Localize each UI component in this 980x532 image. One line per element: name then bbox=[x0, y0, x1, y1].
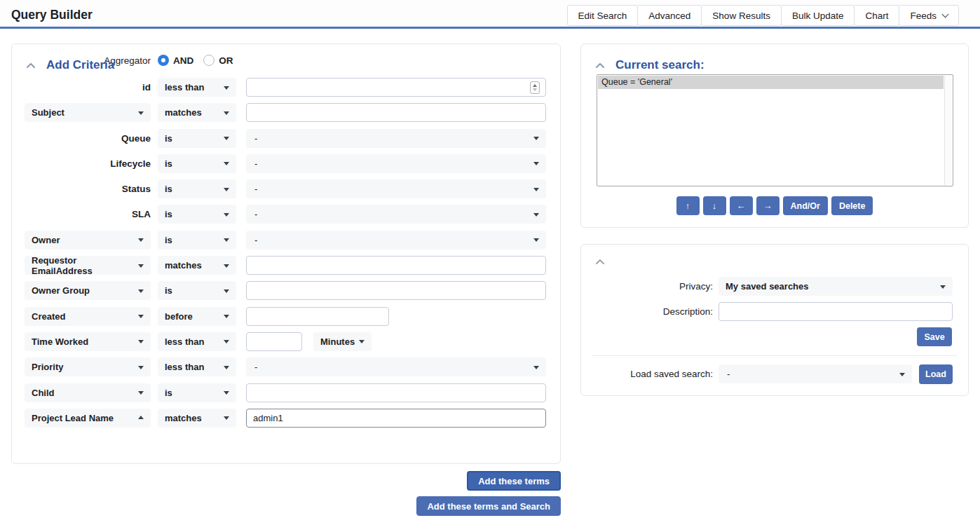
load-saved-search-select[interactable]: - bbox=[719, 364, 912, 383]
current-search-panel: Current search: Queue = 'General' ↑ ↓ ← … bbox=[580, 43, 969, 228]
save-search-button[interactable]: Save bbox=[917, 327, 952, 346]
operator-select[interactable]: less than bbox=[158, 332, 236, 351]
edit-search-button[interactable]: Edit Search bbox=[567, 5, 639, 26]
caret-down-icon bbox=[224, 366, 229, 369]
value-cell bbox=[246, 78, 546, 97]
value-select[interactable]: - bbox=[246, 231, 546, 250]
value-select-value: - bbox=[254, 184, 257, 194]
operator-select[interactable]: is bbox=[158, 205, 236, 224]
operator-select[interactable]: matches bbox=[158, 103, 236, 122]
number-stepper[interactable] bbox=[530, 81, 540, 94]
operator-select[interactable]: less than bbox=[158, 78, 236, 97]
move-left-button[interactable]: ← bbox=[730, 196, 753, 215]
operator-select-value: is bbox=[165, 235, 172, 245]
operator-select[interactable]: is bbox=[158, 129, 236, 148]
value-cell: - bbox=[246, 357, 546, 376]
value-select[interactable]: - bbox=[246, 179, 546, 198]
field-select[interactable]: Priority bbox=[25, 357, 151, 376]
criteria-rows: idless thanSubjectmatchesQueueis-Lifecyc… bbox=[12, 78, 560, 434]
add-these-terms-and-search-button[interactable]: Add these terms and Search bbox=[416, 496, 561, 516]
feeds-menu-button[interactable]: Feeds bbox=[899, 5, 959, 26]
description-input[interactable] bbox=[719, 302, 953, 321]
field-label: Lifecycle bbox=[25, 154, 151, 173]
value-cell bbox=[246, 281, 546, 300]
caret-down-icon bbox=[224, 289, 229, 293]
operator-select[interactable]: matches bbox=[158, 256, 236, 275]
value-cell: - bbox=[246, 179, 546, 198]
operator-select-value: is bbox=[165, 285, 172, 296]
chart-button[interactable]: Chart bbox=[854, 5, 899, 26]
field-select[interactable]: Owner Group bbox=[25, 281, 151, 300]
operator-select[interactable]: before bbox=[158, 307, 236, 326]
value-cell: - bbox=[246, 231, 546, 250]
value-input[interactable] bbox=[246, 332, 302, 351]
collapse-chevron-icon[interactable] bbox=[26, 62, 36, 69]
operator-select[interactable]: is bbox=[158, 231, 236, 250]
field-select[interactable]: Subject bbox=[25, 103, 151, 122]
value-select-value: - bbox=[254, 209, 257, 219]
field-select[interactable]: Time Worked bbox=[25, 332, 151, 351]
value-select[interactable]: - bbox=[246, 129, 546, 148]
current-search-listbox[interactable]: Queue = 'General' bbox=[597, 74, 953, 186]
operator-select[interactable]: is bbox=[158, 179, 236, 198]
page-menu: Edit Search Advanced Show Results Bulk U… bbox=[568, 5, 959, 26]
field-select[interactable]: Child bbox=[25, 383, 151, 402]
operator-select-value: matches bbox=[165, 260, 202, 271]
caret-down-icon bbox=[940, 285, 946, 289]
bulk-update-button[interactable]: Bulk Update bbox=[781, 5, 855, 26]
value-input[interactable] bbox=[246, 307, 389, 326]
value-cell: - bbox=[246, 154, 546, 173]
clause-toolbar: ↑ ↓ ← → And/Or Delete bbox=[581, 196, 968, 215]
caret-down-icon bbox=[138, 238, 144, 242]
field-select[interactable]: Requestor EmailAddress bbox=[25, 256, 151, 275]
move-down-button[interactable]: ↓ bbox=[703, 196, 726, 215]
caret-down-icon bbox=[224, 111, 229, 115]
value-input[interactable] bbox=[246, 256, 546, 275]
add-these-terms-button[interactable]: Add these terms bbox=[467, 471, 561, 491]
caret-down-icon bbox=[138, 366, 144, 369]
saved-search-panel: Privacy: My saved searches Description: … bbox=[580, 244, 969, 396]
value-input[interactable] bbox=[246, 383, 546, 402]
value-input[interactable] bbox=[246, 409, 546, 428]
value-select-value: - bbox=[254, 362, 257, 372]
collapse-chevron-icon[interactable] bbox=[595, 258, 605, 265]
value-select[interactable]: - bbox=[246, 205, 546, 224]
caret-down-icon bbox=[138, 340, 144, 343]
search-clause-item[interactable]: Queue = 'General' bbox=[598, 76, 944, 89]
value-input[interactable] bbox=[246, 78, 546, 97]
aggregator-or-radio[interactable] bbox=[203, 55, 215, 66]
value-select[interactable]: - bbox=[246, 154, 546, 173]
operator-select-value: is bbox=[165, 184, 172, 194]
value-input[interactable] bbox=[246, 103, 546, 122]
top-bar: Query Builder Edit Search Advanced Show … bbox=[0, 0, 980, 29]
criteria-row: Time Workedless thanMinutes bbox=[25, 332, 560, 351]
show-results-button[interactable]: Show Results bbox=[701, 5, 782, 26]
unit-select[interactable]: Minutes bbox=[313, 332, 372, 351]
operator-select[interactable]: less than bbox=[158, 357, 236, 376]
move-up-button[interactable]: ↑ bbox=[676, 196, 700, 215]
value-cell bbox=[246, 307, 546, 326]
value-input[interactable] bbox=[246, 281, 546, 300]
collapse-chevron-icon[interactable] bbox=[595, 62, 605, 69]
description-label: Description: bbox=[581, 306, 713, 317]
privacy-select[interactable]: My saved searches bbox=[719, 277, 953, 296]
aggregator-and-radio[interactable] bbox=[158, 55, 169, 66]
advanced-button[interactable]: Advanced bbox=[637, 5, 702, 26]
move-right-button[interactable]: → bbox=[756, 196, 780, 215]
field-select[interactable]: Created bbox=[25, 307, 151, 326]
load-search-button[interactable]: Load bbox=[919, 364, 953, 384]
field-select[interactable]: Project Lead Name bbox=[25, 409, 151, 428]
field-label: SLA bbox=[25, 205, 151, 224]
field-select[interactable]: Owner bbox=[25, 231, 151, 250]
operator-select[interactable]: is bbox=[158, 383, 236, 402]
listbox-scrollbar[interactable] bbox=[944, 76, 952, 185]
operator-select[interactable]: is bbox=[158, 154, 236, 173]
stepper-down-icon bbox=[533, 88, 537, 91]
operator-select[interactable]: is bbox=[158, 281, 236, 300]
delete-clause-button[interactable]: Delete bbox=[831, 196, 873, 215]
caret-down-icon bbox=[359, 340, 365, 343]
caret-down-icon bbox=[138, 315, 144, 318]
andor-toggle-button[interactable]: And/Or bbox=[783, 196, 828, 215]
operator-select[interactable]: matches bbox=[158, 409, 236, 428]
value-select[interactable]: - bbox=[246, 357, 546, 376]
